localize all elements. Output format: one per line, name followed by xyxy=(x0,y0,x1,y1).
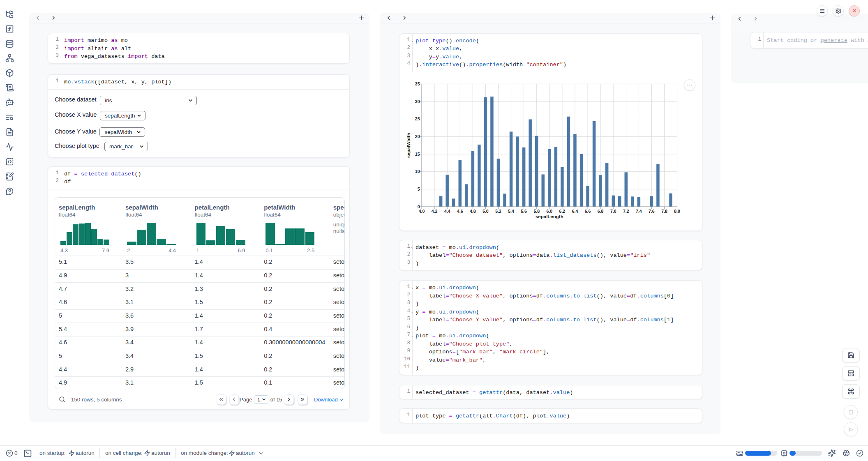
svg-text:5: 5 xyxy=(418,187,420,191)
svg-text:sepalWidth: sepalWidth xyxy=(406,133,411,158)
svg-text:6.8: 6.8 xyxy=(598,209,604,214)
svg-text:20: 20 xyxy=(415,134,420,139)
svg-text:4.2: 4.2 xyxy=(432,209,438,214)
svg-text:15: 15 xyxy=(415,151,420,156)
svg-text:4.0: 4.0 xyxy=(419,209,425,214)
svg-text:5.0: 5.0 xyxy=(482,209,489,214)
svg-text:7.4: 7.4 xyxy=(636,209,642,214)
svg-text:5.8: 5.8 xyxy=(533,209,540,214)
svg-text:5.6: 5.6 xyxy=(521,209,527,214)
svg-text:7.2: 7.2 xyxy=(623,209,629,214)
svg-text:35: 35 xyxy=(415,81,420,86)
svg-text:25: 25 xyxy=(415,116,420,121)
svg-text:4.8: 4.8 xyxy=(470,209,476,214)
svg-text:0: 0 xyxy=(418,204,420,209)
svg-text:5.2: 5.2 xyxy=(495,209,501,214)
svg-text:4.4: 4.4 xyxy=(444,209,450,214)
svg-text:5.4: 5.4 xyxy=(508,209,514,214)
svg-text:7.8: 7.8 xyxy=(661,209,667,214)
svg-text:7.0: 7.0 xyxy=(610,209,616,214)
svg-text:6.2: 6.2 xyxy=(559,209,566,214)
svg-text:30: 30 xyxy=(415,99,420,104)
svg-text:4.6: 4.6 xyxy=(457,209,463,214)
svg-text:6.0: 6.0 xyxy=(546,209,552,214)
svg-text:6.6: 6.6 xyxy=(585,209,591,214)
svg-text:sepalLength: sepalLength xyxy=(536,214,563,219)
svg-text:6.4: 6.4 xyxy=(572,209,578,214)
svg-text:7.6: 7.6 xyxy=(649,209,655,214)
svg-text:8.0: 8.0 xyxy=(674,209,680,214)
svg-text:10: 10 xyxy=(415,169,420,174)
